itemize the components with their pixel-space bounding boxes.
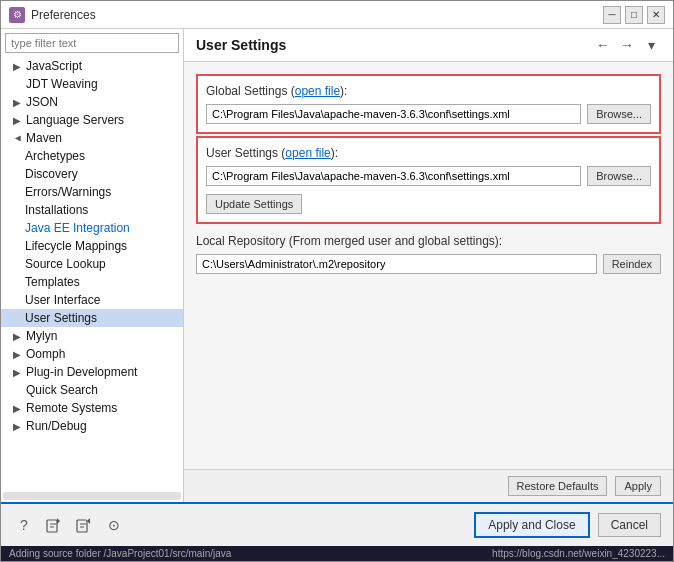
bottom-bar: ? ⊙ Apply and Close Cancel (1, 502, 673, 546)
update-settings-row: Update Settings (206, 194, 651, 214)
panel-body: Global Settings (open file): Browse... U… (184, 62, 673, 469)
svg-rect-1 (77, 520, 87, 532)
update-settings-button[interactable]: Update Settings (206, 194, 302, 214)
sidebar-item-lifecycle[interactable]: Lifecycle Mappings (1, 237, 183, 255)
import-icon[interactable] (73, 514, 95, 536)
svg-rect-0 (47, 520, 57, 532)
filter-input[interactable] (5, 33, 179, 53)
sidebar-item-plugin-dev[interactable]: ▶ Plug-in Development (1, 363, 183, 381)
maximize-button[interactable]: □ (625, 6, 643, 24)
sidebar-item-json[interactable]: ▶ JSON (1, 93, 183, 111)
global-settings-browse-button[interactable]: Browse... (587, 104, 651, 124)
sidebar-item-label: Mylyn (26, 329, 57, 343)
local-repo-label: Local Repository (From merged user and g… (196, 234, 661, 248)
sidebar-item-errors-warnings[interactable]: Errors/Warnings (1, 183, 183, 201)
status-bar: Adding source folder /JavaProject01/src/… (1, 546, 673, 561)
help-icon[interactable]: ? (13, 514, 35, 536)
local-repo-section: Local Repository (From merged user and g… (196, 234, 661, 274)
window-controls: ─ □ ✕ (603, 6, 665, 24)
sidebar-item-maven[interactable]: ▼ Maven (1, 129, 183, 147)
user-settings-label: User Settings (open file): (206, 146, 651, 160)
sidebar-item-discovery[interactable]: Discovery (1, 165, 183, 183)
local-repo-input[interactable] (196, 254, 597, 274)
nav-forward-button[interactable]: → (617, 35, 637, 55)
sidebar-item-label: Java EE Integration (25, 221, 130, 235)
arrow-icon: ▶ (13, 421, 23, 432)
arrow-icon: ▶ (13, 97, 23, 108)
global-settings-link[interactable]: open file (295, 84, 340, 98)
bottom-right-buttons: Apply and Close Cancel (474, 512, 661, 538)
user-settings-input-row: Browse... (206, 166, 651, 186)
user-settings-section: User Settings (open file): Browse... Upd… (196, 136, 661, 224)
nav-back-button[interactable]: ← (593, 35, 613, 55)
bottom-left-icons: ? ⊙ (13, 514, 125, 536)
minimize-button[interactable]: ─ (603, 6, 621, 24)
reindex-button[interactable]: Reindex (603, 254, 661, 274)
sidebar-item-label: JavaScript (26, 59, 82, 73)
sidebar-item-label: Remote Systems (26, 401, 117, 415)
apply-button[interactable]: Apply (615, 476, 661, 496)
sidebar-item-label: Quick Search (26, 383, 98, 397)
settings-icon[interactable]: ⊙ (103, 514, 125, 536)
sidebar-item-run-debug[interactable]: ▶ Run/Debug (1, 417, 183, 435)
sidebar-item-language-servers[interactable]: ▶ Language Servers (1, 111, 183, 129)
arrow-icon: ▶ (13, 115, 23, 126)
global-settings-input[interactable] (206, 104, 581, 124)
sidebar-item-label: Maven (26, 131, 62, 145)
sidebar-item-label: Run/Debug (26, 419, 87, 433)
sidebar-item-label: Templates (25, 275, 80, 289)
user-settings-input[interactable] (206, 166, 581, 186)
sidebar-item-label: User Interface (25, 293, 100, 307)
sidebar-item-label: Plug-in Development (26, 365, 137, 379)
title-bar-left: ⚙ Preferences (9, 7, 96, 23)
arrow-icon: ▶ (13, 331, 23, 342)
preferences-window: ⚙ Preferences ─ □ ✕ ▶ JavaScript JDT Wea (0, 0, 674, 562)
sidebar-item-label: Errors/Warnings (25, 185, 111, 199)
sidebar-item-jdt-weaving[interactable]: JDT Weaving (1, 75, 183, 93)
sidebar-item-installations[interactable]: Installations (1, 201, 183, 219)
sidebar-item-user-settings[interactable]: User Settings (1, 309, 183, 327)
arrow-icon: ▶ (13, 61, 23, 72)
sidebar-item-user-interface[interactable]: User Interface (1, 291, 183, 309)
sidebar-item-java-ee[interactable]: Java EE Integration (1, 219, 183, 237)
export-icon[interactable] (43, 514, 65, 536)
sidebar-item-label: Language Servers (26, 113, 124, 127)
right-panel: User Settings ← → ▾ Global Settings (ope… (184, 29, 673, 502)
sidebar-item-label: Installations (25, 203, 88, 217)
sidebar-item-templates[interactable]: Templates (1, 273, 183, 291)
sidebar-item-label: Discovery (25, 167, 78, 181)
global-settings-section: Global Settings (open file): Browse... (196, 74, 661, 134)
arrow-icon: ▶ (13, 367, 23, 378)
arrow-icon: ▶ (13, 403, 23, 414)
sidebar-item-label: Oomph (26, 347, 65, 361)
sidebar-item-label: JSON (26, 95, 58, 109)
sidebar-item-quick-search[interactable]: Quick Search (1, 381, 183, 399)
panel-title: User Settings (196, 37, 286, 53)
app-icon: ⚙ (9, 7, 25, 23)
tree-area: ▶ JavaScript JDT Weaving ▶ JSON ▶ Langua… (1, 57, 183, 492)
sidebar-item-label: JDT Weaving (26, 77, 98, 91)
sidebar-item-mylyn[interactable]: ▶ Mylyn (1, 327, 183, 345)
sidebar-item-label: Archetypes (25, 149, 85, 163)
sidebar-item-label: User Settings (25, 311, 97, 325)
sidebar-scrollbar[interactable] (3, 492, 181, 500)
sidebar-item-javascript[interactable]: ▶ JavaScript (1, 57, 183, 75)
panel-footer: Restore Defaults Apply (184, 469, 673, 502)
sidebar-item-remote-systems[interactable]: ▶ Remote Systems (1, 399, 183, 417)
panel-nav: ← → ▾ (593, 35, 661, 55)
sidebar-item-archetypes[interactable]: Archetypes (1, 147, 183, 165)
sidebar: ▶ JavaScript JDT Weaving ▶ JSON ▶ Langua… (1, 29, 184, 502)
panel-header: User Settings ← → ▾ (184, 29, 673, 62)
user-settings-link[interactable]: open file (285, 146, 330, 160)
arrow-icon: ▶ (13, 349, 23, 360)
user-settings-browse-button[interactable]: Browse... (587, 166, 651, 186)
cancel-button[interactable]: Cancel (598, 513, 661, 537)
restore-defaults-button[interactable]: Restore Defaults (508, 476, 608, 496)
sidebar-item-source-lookup[interactable]: Source Lookup (1, 255, 183, 273)
global-settings-label: Global Settings (open file): (206, 84, 651, 98)
arrow-icon: ▼ (13, 133, 24, 143)
nav-dropdown-button[interactable]: ▾ (641, 35, 661, 55)
apply-and-close-button[interactable]: Apply and Close (474, 512, 589, 538)
close-button[interactable]: ✕ (647, 6, 665, 24)
sidebar-item-oomph[interactable]: ▶ Oomph (1, 345, 183, 363)
